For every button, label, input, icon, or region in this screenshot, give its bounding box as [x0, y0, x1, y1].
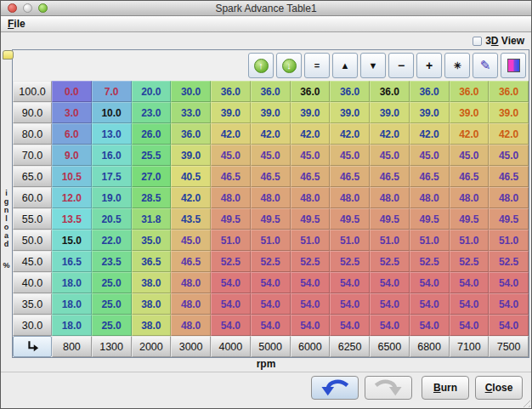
- table-cell[interactable]: 51.0: [450, 230, 490, 251]
- decrement-button[interactable]: ▼: [360, 53, 386, 78]
- table-cell[interactable]: 13.5: [52, 208, 92, 230]
- table-cell[interactable]: 52.5: [370, 251, 410, 272]
- table-cell[interactable]: 39.0: [330, 102, 370, 123]
- table-cell[interactable]: 46.5: [410, 166, 450, 187]
- table-cell[interactable]: 54.0: [330, 315, 370, 336]
- column-header[interactable]: 4000: [211, 336, 251, 357]
- table-cell[interactable]: 25.0: [92, 272, 132, 293]
- table-cell[interactable]: 45.0: [251, 145, 291, 166]
- table-cell[interactable]: 26.0: [132, 123, 172, 145]
- table-cell[interactable]: 46.5: [171, 251, 211, 272]
- table-cell[interactable]: 45.0: [410, 145, 450, 166]
- table-cell[interactable]: 49.5: [291, 208, 331, 230]
- table-cell[interactable]: 39.0: [211, 102, 251, 123]
- table-cell[interactable]: 39.0: [251, 102, 291, 123]
- row-header[interactable]: 30.0: [13, 315, 52, 336]
- add-button[interactable]: +: [416, 53, 442, 78]
- table-cell[interactable]: 36.0: [370, 81, 410, 102]
- table-cell[interactable]: 54.0: [251, 272, 291, 293]
- table-cell[interactable]: 54.0: [330, 293, 370, 315]
- table-cell[interactable]: 48.0: [251, 187, 291, 208]
- table-cell[interactable]: 39.0: [489, 102, 529, 123]
- table-cell[interactable]: 51.0: [251, 230, 291, 251]
- table-cell[interactable]: 54.0: [370, 272, 410, 293]
- increment-button[interactable]: ▲: [332, 53, 358, 78]
- table-cell[interactable]: 54.0: [489, 293, 529, 315]
- column-header[interactable]: 6000: [291, 336, 331, 357]
- table-cell[interactable]: 51.0: [489, 230, 529, 251]
- table-cell[interactable]: 51.0: [291, 230, 331, 251]
- table-cell[interactable]: 38.0: [132, 272, 172, 293]
- table-cell[interactable]: 46.5: [370, 166, 410, 187]
- column-header[interactable]: 800: [52, 336, 92, 357]
- table-cell[interactable]: 10.5: [52, 166, 92, 187]
- table-cell[interactable]: 38.0: [132, 293, 172, 315]
- table-cell[interactable]: 46.5: [291, 166, 331, 187]
- table-cell[interactable]: 49.5: [450, 208, 490, 230]
- table-cell[interactable]: 39.0: [171, 145, 211, 166]
- table-cell[interactable]: 42.0: [330, 123, 370, 145]
- table-cell[interactable]: 51.0: [211, 230, 251, 251]
- table-cell[interactable]: 40.5: [171, 166, 211, 187]
- table-cell[interactable]: 52.5: [489, 251, 529, 272]
- table-cell[interactable]: 42.0: [489, 123, 529, 145]
- table-cell[interactable]: 12.0: [52, 187, 92, 208]
- table-cell[interactable]: 52.5: [211, 251, 251, 272]
- table-cell[interactable]: 54.0: [450, 293, 490, 315]
- axis-corner-button[interactable]: [13, 336, 52, 357]
- undo-button[interactable]: [311, 376, 359, 400]
- row-header[interactable]: 90.0: [13, 102, 52, 123]
- table-cell[interactable]: 45.0: [291, 145, 331, 166]
- table-cell[interactable]: 54.0: [370, 315, 410, 336]
- table-cell[interactable]: 25.0: [92, 315, 132, 336]
- table-cell[interactable]: 54.0: [489, 272, 529, 293]
- set-equal-value-button[interactable]: =: [304, 53, 330, 78]
- table-cell[interactable]: 54.0: [291, 272, 331, 293]
- table-cell[interactable]: 42.0: [211, 123, 251, 145]
- table-cell[interactable]: 16.0: [92, 145, 132, 166]
- table-cell[interactable]: 54.0: [489, 315, 529, 336]
- table-cell[interactable]: 18.0: [52, 293, 92, 315]
- table-cell[interactable]: 9.0: [52, 145, 92, 166]
- table-cell[interactable]: 36.0: [171, 123, 211, 145]
- table-cell[interactable]: 36.0: [211, 81, 251, 102]
- burn-button[interactable]: Burn: [422, 376, 469, 400]
- table-cell[interactable]: 48.0: [410, 187, 450, 208]
- scale-button[interactable]: ✳: [444, 53, 470, 78]
- table-cell[interactable]: 46.5: [489, 166, 529, 187]
- table-cell[interactable]: 46.5: [211, 166, 251, 187]
- subtract-button[interactable]: −: [388, 53, 414, 78]
- shift-table-down-button[interactable]: ↓: [276, 53, 302, 78]
- row-header[interactable]: 100.0: [13, 81, 52, 102]
- menu-file[interactable]: File: [8, 18, 25, 30]
- table-cell[interactable]: 39.0: [291, 102, 331, 123]
- table-cell[interactable]: 3.0: [52, 102, 92, 123]
- column-header[interactable]: 7500: [489, 336, 529, 357]
- column-header[interactable]: 5000: [251, 336, 291, 357]
- table-cell[interactable]: 39.0: [370, 102, 410, 123]
- row-header[interactable]: 45.0: [13, 251, 52, 272]
- column-header[interactable]: 1300: [92, 336, 132, 357]
- table-cell[interactable]: 52.5: [410, 251, 450, 272]
- table-cell[interactable]: 51.0: [330, 230, 370, 251]
- table-cell[interactable]: 48.0: [171, 315, 211, 336]
- table-cell[interactable]: 49.5: [370, 208, 410, 230]
- table-cell[interactable]: 36.5: [132, 251, 172, 272]
- table-cell[interactable]: 54.0: [410, 272, 450, 293]
- table-cell[interactable]: 45.0: [171, 230, 211, 251]
- table-cell[interactable]: 48.0: [450, 187, 490, 208]
- table-cell[interactable]: 16.5: [52, 251, 92, 272]
- table-cell[interactable]: 48.0: [291, 187, 331, 208]
- table-cell[interactable]: 27.0: [132, 166, 172, 187]
- table-cell[interactable]: 43.5: [171, 208, 211, 230]
- table-cell[interactable]: 54.0: [251, 293, 291, 315]
- redo-button[interactable]: [365, 376, 412, 400]
- table-cell[interactable]: 54.0: [450, 272, 490, 293]
- table-cell[interactable]: 54.0: [211, 315, 251, 336]
- table-cell[interactable]: 54.0: [211, 272, 251, 293]
- table-cell[interactable]: 45.0: [489, 145, 529, 166]
- row-header[interactable]: 65.0: [13, 166, 52, 187]
- table-cell[interactable]: 17.5: [92, 166, 132, 187]
- table-cell[interactable]: 42.0: [370, 123, 410, 145]
- 3d-view-toggle[interactable]: 3D View: [473, 35, 524, 47]
